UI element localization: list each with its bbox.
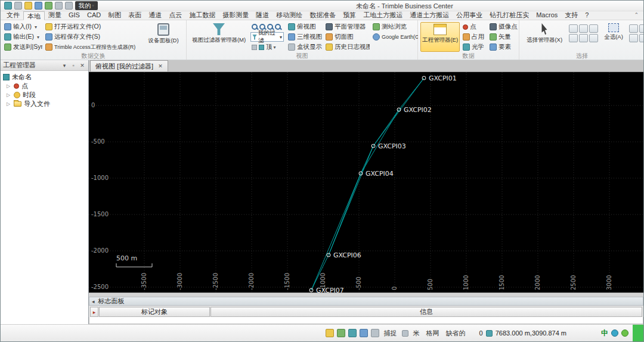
tree-item-project-root[interactable]: 未命名 (1, 73, 88, 82)
panel-splitter[interactable] (89, 293, 643, 297)
zoom-extents-icon[interactable] (275, 24, 281, 30)
optical-button[interactable]: 光学 (462, 42, 487, 52)
history-log-view-button[interactable]: 历史日志视图 (324, 42, 370, 52)
access-report-generator-button[interactable]: Trimble Access工程报告生成器(R) (44, 42, 140, 52)
flag-marked-object-column[interactable]: 标记对象 (99, 307, 210, 317)
plan-view-canvas[interactable]: -3500-3000-2500-2000-1500-1000-500050010… (89, 72, 643, 293)
tree-item-sessions[interactable]: 时段 (1, 91, 88, 100)
tree-item-points[interactable]: 点 (1, 82, 88, 91)
menu-tab-21[interactable]: ? (581, 11, 592, 20)
unit-toggle[interactable]: 米 (411, 328, 422, 338)
view-settings-icon[interactable] (360, 329, 368, 337)
select-lines-icon[interactable] (639, 24, 644, 33)
plane-manager-button[interactable]: 平面管理器 (324, 22, 370, 32)
menu-tab-2[interactable]: 测量 (45, 11, 65, 20)
project-manager-button[interactable]: 工程管理器(E) (420, 22, 460, 52)
menu-tab-1[interactable]: 本地 (23, 11, 45, 20)
menu-tab-9[interactable]: 施工数据 (185, 11, 219, 20)
tab-plan-view[interactable]: 俯视图 [我的过滤器] (90, 60, 168, 71)
3d-view-button[interactable]: 三维视图 (287, 32, 323, 42)
tab-close-icon[interactable] (158, 63, 163, 69)
import-button[interactable]: 输入(I) (3, 22, 42, 32)
zoom-window-icon[interactable] (267, 24, 273, 30)
snap-toggle[interactable]: 捕捉 (382, 328, 399, 338)
select-by-rectangle-icon[interactable] (569, 24, 578, 33)
select-points-icon[interactable] (629, 24, 638, 33)
point-button[interactable]: 点 (462, 22, 487, 32)
expand-points-icon[interactable] (7, 83, 11, 89)
export-button[interactable]: 输出(E) (3, 32, 42, 42)
select-by-layer-icon[interactable] (589, 24, 598, 33)
flag-panel-header[interactable]: 标志面板 (89, 297, 643, 306)
menu-tab-20[interactable]: 支持 (561, 11, 581, 20)
menu-tab-19[interactable]: Macros (532, 11, 561, 20)
menu-tab-8[interactable]: 点云 (165, 11, 185, 20)
device-panel-button[interactable]: 设备面板(D) (141, 22, 185, 52)
zoom-out-icon[interactable] (259, 24, 265, 30)
pan-icon[interactable] (252, 45, 257, 50)
redo-icon[interactable] (65, 2, 73, 10)
top-view-dropdown[interactable]: 顶 (266, 43, 276, 51)
flag-panel-body[interactable] (89, 317, 643, 324)
google-earth-button[interactable]: Google Earth(G) (371, 32, 418, 42)
camera-point-button[interactable]: 摄像点 (488, 22, 519, 32)
cut-view-button[interactable]: 切面图 (324, 32, 370, 42)
menu-tab-7[interactable]: 通道 (145, 11, 165, 20)
ribbon-collapse-icon[interactable] (634, 12, 639, 18)
menu-tab-14[interactable]: 预算 (339, 11, 360, 20)
box-display-button[interactable]: 盒状显示 (287, 42, 323, 52)
menu-tab-12[interactable]: 移动测绘 (273, 11, 306, 20)
feature-button[interactable]: 要素 (488, 42, 519, 52)
import-quick-icon[interactable] (45, 2, 52, 10)
open-project-icon[interactable] (24, 2, 32, 10)
select-all-button[interactable]: 全选(A) (600, 22, 627, 52)
grid-toggle[interactable]: 格网 (425, 328, 441, 338)
selection-manager-button[interactable]: 选择管理器(X) (522, 22, 567, 52)
menu-tab-0[interactable]: 文件 (3, 11, 23, 20)
deselect-icon[interactable] (569, 34, 578, 42)
snap-settings-icon[interactable] (348, 329, 357, 337)
menu-tab-4[interactable]: CAD (83, 11, 104, 20)
menu-tab-5[interactable]: 制图 (104, 11, 125, 20)
undo-icon[interactable] (55, 2, 63, 10)
menu-tab-13[interactable]: 数据准备 (306, 11, 339, 20)
menu-tab-15[interactable]: 工地土方搬运 (360, 11, 406, 20)
select-vectors-icon[interactable] (639, 34, 644, 42)
view-filter-combo[interactable]: 我的过滤 (250, 32, 284, 42)
save-remote-file-button[interactable]: 远程保存文件(S) (44, 32, 140, 42)
background-jobs-icon[interactable] (326, 329, 334, 337)
selection-filter-icon[interactable] (371, 329, 379, 337)
expand-imported-files-icon[interactable] (7, 101, 11, 107)
panel-menu-icon[interactable] (61, 63, 68, 69)
vector-button[interactable]: 矢量 (488, 32, 519, 42)
invert-selection-icon[interactable] (579, 34, 588, 42)
flag-panel-collapse-icon[interactable] (92, 299, 95, 304)
menu-tab-17[interactable]: 公用事业 (453, 11, 486, 20)
panel-pin-icon[interactable] (70, 63, 77, 69)
expand-sessions-icon[interactable] (7, 92, 11, 98)
menu-toggle-icon[interactable] (14, 2, 22, 10)
flag-info-column[interactable]: 信息 (210, 307, 642, 317)
panel-close-icon[interactable] (79, 63, 86, 69)
menu-tab-3[interactable]: GIS (65, 11, 83, 20)
station-browse-button[interactable]: 测站浏览 (371, 22, 418, 32)
menu-tab-10[interactable]: 摄影测量 (219, 11, 252, 20)
quick-access-my-dropdown[interactable]: 我的 (75, 1, 98, 10)
zoom-in-icon[interactable] (252, 24, 258, 30)
menu-tab-16[interactable]: 通道土方搬运 (406, 11, 453, 20)
view-filter-manager-button[interactable]: 视图过滤器管理器(M) (189, 22, 249, 52)
save-project-icon[interactable] (35, 2, 42, 10)
menu-tab-11[interactable]: 隧道 (252, 11, 273, 20)
rotate-view-icon[interactable] (259, 45, 264, 50)
plan-view-svg[interactable]: -3500-3000-2500-2000-1500-1000-500050010… (89, 72, 643, 293)
menu-tab-18[interactable]: 钻孔打桩压实 (486, 11, 532, 20)
open-remote-file-button[interactable]: 打开远程文件(O) (44, 22, 140, 32)
send-to-sync-button[interactable]: 发送到|Sync (3, 42, 42, 52)
default-style-toggle[interactable]: 缺省的 (444, 328, 467, 338)
select-surfaces-icon[interactable] (629, 34, 638, 42)
import-monitor-icon[interactable] (337, 329, 345, 337)
flag-marker-column[interactable] (90, 307, 98, 317)
selection-options-icon[interactable] (589, 34, 598, 42)
tree-item-imported-files[interactable]: 导入文件 (1, 100, 88, 108)
plan-view-button[interactable]: 俯视图 (287, 22, 323, 32)
